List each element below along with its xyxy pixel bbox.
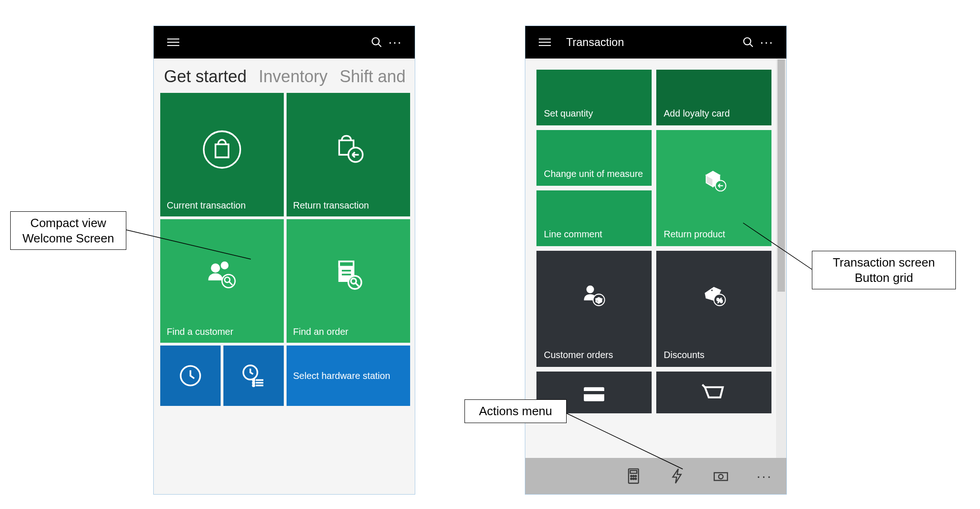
people-search-icon [167, 225, 277, 326]
card-icon [579, 378, 609, 411]
search-icon[interactable] [367, 36, 386, 48]
svg-point-42 [719, 474, 723, 479]
tile-find-order[interactable]: Find an order [287, 219, 410, 343]
svg-point-5 [222, 262, 228, 268]
tile-label: Return transaction [293, 200, 404, 211]
tab-shift[interactable]: Shift and [340, 67, 405, 86]
scrollbar[interactable] [776, 59, 786, 458]
search-icon[interactable] [739, 36, 758, 48]
bag-back-icon [293, 98, 404, 200]
svg-point-20 [253, 382, 255, 384]
svg-text:%: % [717, 297, 723, 304]
svg-point-36 [633, 476, 634, 477]
tile-label: Find an order [293, 326, 404, 337]
svg-point-37 [635, 476, 636, 477]
tab-inventory[interactable]: Inventory [259, 67, 327, 86]
callout-actionsmenu: Actions menu [464, 399, 567, 423]
transaction-button-grid: Set quantity Add loyalty card Change uni… [525, 59, 776, 458]
cart-icon [699, 378, 729, 411]
svg-point-19 [253, 379, 255, 381]
callout-buttongrid: Transaction screen Button grid [812, 251, 956, 289]
tile-add-loyalty[interactable]: Add loyalty card [656, 70, 771, 125]
header-bar: Transaction ··· [525, 26, 786, 59]
tile-find-customer[interactable]: Find a customer [160, 219, 284, 343]
bag-circle-icon [167, 98, 277, 200]
page-title: Transaction [566, 36, 624, 49]
svg-point-2 [204, 131, 241, 168]
tile-current-transaction[interactable]: Current transaction [160, 93, 284, 216]
svg-point-6 [222, 274, 235, 287]
svg-point-22 [744, 38, 751, 45]
clock-list-icon [223, 346, 284, 406]
svg-point-39 [633, 478, 634, 480]
document-search-icon [293, 225, 404, 326]
svg-point-40 [635, 478, 636, 480]
svg-point-27 [711, 289, 713, 292]
more-icon[interactable]: ··· [753, 468, 776, 484]
tile-return-transaction[interactable]: Return transaction [287, 93, 410, 216]
transaction-phone: Transaction ··· Set quantity Add loyalty… [525, 26, 787, 495]
tab-get-started[interactable]: Get started [164, 67, 247, 86]
tile-partial-cart[interactable] [656, 372, 771, 413]
svg-point-38 [631, 478, 632, 480]
tile-label: Line comment [544, 229, 644, 240]
tile-label: Add loyalty card [664, 108, 764, 119]
tile-set-quantity[interactable]: Set quantity [536, 70, 652, 125]
action-bar: ··· [525, 458, 786, 494]
more-icon[interactable]: ··· [758, 35, 776, 50]
welcome-phone: ··· Get started Inventory Shift and Curr… [153, 26, 415, 495]
tile-clock-list[interactable] [223, 346, 284, 406]
tile-label: Find a customer [167, 326, 277, 337]
svg-line-23 [750, 44, 753, 47]
transaction-content: Set quantity Add loyalty card Change uni… [525, 59, 786, 458]
tile-label: Discounts [664, 350, 764, 360]
clock-icon [160, 346, 221, 406]
tile-line-comment[interactable]: Line comment [536, 190, 652, 246]
cash-icon[interactable] [709, 467, 732, 485]
hamburger-icon[interactable] [164, 39, 183, 46]
svg-point-4 [212, 264, 220, 272]
tile-discounts[interactable]: % Discounts [656, 251, 771, 367]
tile-label: Customer orders [544, 350, 644, 360]
calculator-icon[interactable] [622, 467, 645, 485]
tile-select-hardware[interactable]: Select hardware station [287, 346, 410, 406]
tag-percent-icon: % [699, 281, 729, 314]
svg-point-35 [631, 476, 632, 477]
svg-point-21 [253, 385, 255, 386]
scrollbar-thumb[interactable] [777, 59, 785, 292]
tile-label: Return product [664, 229, 764, 240]
svg-line-1 [378, 44, 381, 47]
tile-label: Change unit of measure [544, 169, 644, 179]
tile-label: Current transaction [167, 200, 277, 211]
svg-point-25 [587, 286, 594, 293]
welcome-tile-grid: Current transaction Return transaction [154, 91, 415, 412]
tile-customer-orders[interactable]: Customer orders [536, 251, 652, 367]
svg-rect-34 [630, 470, 637, 473]
tile-clock[interactable] [160, 346, 221, 406]
header-bar: ··· [154, 26, 415, 59]
box-back-icon [699, 165, 729, 198]
hamburger-icon[interactable] [536, 39, 554, 46]
svg-point-0 [372, 38, 379, 45]
callout-welcome: Compact view Welcome Screen [10, 211, 126, 250]
lightning-icon[interactable] [666, 467, 689, 485]
tile-label: Set quantity [544, 108, 644, 119]
person-box-icon [579, 281, 609, 314]
tile-label: Select hardware station [293, 371, 404, 381]
svg-line-32 [702, 385, 705, 387]
more-icon[interactable]: ··· [386, 35, 405, 50]
tile-return-product[interactable]: Return product [656, 130, 771, 246]
tabs-row: Get started Inventory Shift and [154, 59, 415, 91]
tile-change-uom[interactable]: Change unit of measure [536, 130, 652, 186]
svg-rect-31 [584, 391, 604, 394]
